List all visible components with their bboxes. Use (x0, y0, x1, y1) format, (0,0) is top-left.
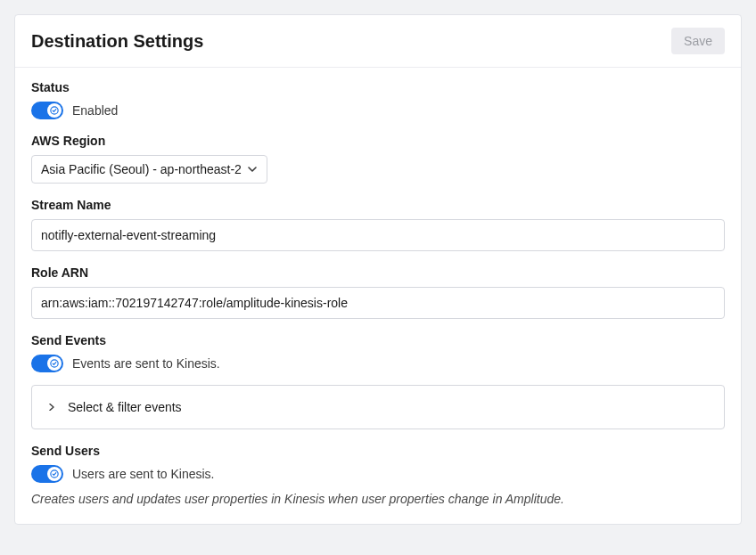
stream-name-label: Stream Name (31, 198, 725, 212)
role-arn-label: Role ARN (31, 265, 725, 280)
status-toggle-label: Enabled (72, 103, 118, 118)
check-icon (50, 359, 59, 368)
status-label: Status (31, 80, 725, 94)
toggle-knob (47, 103, 62, 118)
stream-name-input[interactable] (31, 219, 725, 251)
status-toggle-row: Enabled (31, 102, 725, 119)
page-title: Destination Settings (31, 31, 203, 52)
check-icon (50, 106, 59, 115)
send-events-section: Send Events Events are sent to Kinesis. (31, 333, 725, 429)
status-toggle[interactable] (31, 102, 63, 119)
settings-card: Destination Settings Save Status Enabled (14, 14, 742, 525)
send-users-toggle[interactable] (31, 465, 63, 483)
role-arn-section: Role ARN (31, 265, 725, 319)
toggle-knob (47, 356, 62, 371)
send-events-label: Send Events (31, 333, 725, 347)
aws-region-select[interactable]: Asia Pacific (Seoul) - ap-northeast-2 (31, 155, 267, 184)
save-button[interactable]: Save (671, 28, 725, 54)
aws-region-value: Asia Pacific (Seoul) - ap-northeast-2 (41, 162, 242, 176)
status-section: Status Enabled (31, 80, 725, 119)
send-users-label: Send Users (31, 444, 725, 458)
role-arn-input[interactable] (31, 287, 725, 319)
toggle-knob (47, 467, 62, 481)
stream-name-section: Stream Name (31, 198, 725, 251)
check-icon (50, 469, 59, 478)
send-events-toggle-label: Events are sent to Kinesis. (72, 356, 220, 371)
card-body: Status Enabled AWS Region Asia Pacific (… (15, 68, 741, 524)
send-users-section: Send Users Users are sent to Kinesis. Cr… (31, 444, 725, 506)
send-events-toggle[interactable] (31, 355, 63, 372)
select-filter-events-label: Select & filter events (68, 400, 182, 414)
aws-region-label: AWS Region (31, 134, 725, 148)
send-users-toggle-row: Users are sent to Kinesis. (31, 465, 725, 483)
aws-region-section: AWS Region Asia Pacific (Seoul) - ap-nor… (31, 134, 725, 184)
chevron-right-icon (48, 404, 55, 411)
select-filter-events-expander[interactable]: Select & filter events (31, 385, 725, 429)
send-users-helper: Creates users and updates user propertie… (31, 492, 725, 506)
card-header: Destination Settings Save (15, 15, 741, 68)
send-events-toggle-row: Events are sent to Kinesis. (31, 355, 725, 372)
send-users-toggle-label: Users are sent to Kinesis. (72, 467, 215, 481)
chevron-down-icon (247, 164, 258, 175)
